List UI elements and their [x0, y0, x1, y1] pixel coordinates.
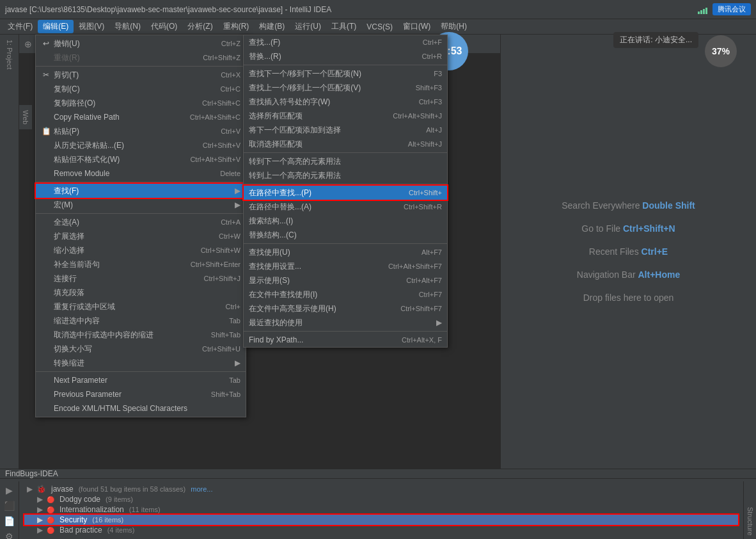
menu-remove-module[interactable]: Remove Module Delete	[36, 166, 246, 181]
menu-section-undoredo: ↩ 撤销(U) Ctrl+Z 重做(R) Ctrl+Shift+Z	[36, 35, 246, 67]
menu-section-find: 查找(F) ▶ 宏(M) ▶	[36, 182, 246, 214]
signal-bars	[698, 5, 707, 14]
hint-navigation-bar: Navigation Bar Alt+Home	[577, 270, 680, 280]
submenu-find-next[interactable]: 查找下一个/移到下一个匹配项(N) F3	[244, 67, 447, 81]
submenu-next-highlight[interactable]: 转到下一个高亮的元素用法	[244, 154, 447, 168]
sidebar: 1: Project	[0, 35, 19, 469]
tree-item-security[interactable]: ▶ 🔴 Security (16 items)	[24, 515, 738, 525]
menu-vcs[interactable]: VCS(S)	[361, 21, 398, 33]
menu-edit[interactable]: 编辑(E)	[38, 20, 74, 33]
title-text: javase [C:\Users\86135\Desktop\javaweb-s…	[5, 5, 331, 14]
submenu-select-all[interactable]: 选择所有匹配项 Ctrl+Alt+Shift+J	[244, 109, 447, 123]
more-link[interactable]: more...	[191, 485, 212, 493]
menu-find[interactable]: 查找(F) ▶	[36, 184, 246, 198]
menu-paste-history[interactable]: 从历史记录粘贴...(E) Ctrl+Shift+V	[36, 138, 246, 152]
undo-icon: ↩	[41, 39, 51, 48]
web-tab[interactable]: Web	[19, 105, 33, 129]
submenu-divider-3	[244, 184, 447, 184]
submenu-struct-search[interactable]: 搜索结构...(I)	[244, 214, 447, 228]
menu-join-lines[interactable]: 连接行 Ctrl+Shift+J	[36, 271, 246, 286]
submenu-deselect[interactable]: 取消选择匹配项 Alt+Shift+J	[244, 137, 447, 151]
submenu-find-word[interactable]: 查找插入符号处的字(W) Ctrl+F3	[244, 95, 447, 109]
menu-tools[interactable]: 工具(T)	[326, 20, 361, 33]
menu-cut[interactable]: ✂ 剪切(T) Ctrl+X	[36, 68, 246, 82]
bottom-panel-header: FindBugs-IDEA	[0, 469, 756, 479]
menu-unindent[interactable]: 取消选中行或选中内容的缩进 Shift+Tab	[36, 328, 246, 342]
submenu-add-next[interactable]: 将下一个匹配项添加到选择 Alt+J	[244, 123, 447, 137]
bottom-toolbar-btn-1[interactable]: ▶	[3, 484, 16, 497]
menu-convert-indent[interactable]: 转换缩进 ▶	[36, 356, 246, 370]
hint-recent-files: Recent Files Ctrl+E	[589, 246, 668, 257]
menu-section-selection: 全选(A) Ctrl+A 扩展选择 Ctrl+W 缩小选择 Ctrl+Shift…	[36, 214, 246, 372]
submenu-find-usages-file[interactable]: 在文件中查找使用(I) Ctrl+F7	[244, 287, 447, 302]
menu-copy[interactable]: 复制(C) Ctrl+C	[36, 82, 246, 96]
menu-extend-selection[interactable]: 扩展选择 Ctrl+W	[36, 229, 246, 243]
submenu-divider-1	[244, 65, 447, 65]
menu-code[interactable]: 代码(O)	[146, 20, 182, 33]
menu-select-all[interactable]: 全选(A) Ctrl+A	[36, 215, 246, 229]
toolbar-icon-1[interactable]: ⊕	[24, 39, 32, 49]
find-submenu: 查找...(F) Ctrl+F 替换...(R) Ctrl+R 查找下一个/移到…	[243, 35, 448, 348]
signal-bar-3	[703, 9, 705, 14]
menu-navigate[interactable]: 导航(N)	[109, 20, 146, 33]
submenu-struct-replace[interactable]: 替换结构...(C)	[244, 228, 447, 242]
submenu-replace-in-path[interactable]: 在路径中替换...(A) Ctrl+Shift+R	[244, 200, 447, 214]
bottom-panel-content: ▶ ⬛ 📄 ⚙ 🔍 ▶ 🐞 javase (found 51 bug items…	[0, 479, 756, 539]
submenu-replace[interactable]: 替换...(R) Ctrl+R	[244, 49, 447, 63]
tree-item-root[interactable]: ▶ 🐞 javase (found 51 bug items in 58 cla…	[24, 484, 738, 494]
bottom-toolbar-btn-3[interactable]: 📄	[3, 515, 16, 527]
menu-redo[interactable]: 重做(R) Ctrl+Shift+Z	[36, 51, 246, 65]
submenu-find[interactable]: 查找...(F) Ctrl+F	[244, 35, 447, 49]
menu-prev-param[interactable]: Previous Parameter Shift+Tab	[36, 387, 246, 401]
menu-file[interactable]: 文件(F)	[3, 20, 38, 33]
tree-item-bad-practice[interactable]: ▶ 🔴 Bad practice (4 items)	[24, 525, 738, 535]
menu-undo[interactable]: ↩ 撤销(U) Ctrl+Z	[36, 36, 246, 51]
submenu-find-in-path[interactable]: 在路径中查找...(P) Ctrl+Shift+	[244, 186, 447, 200]
menu-copy-path[interactable]: 复制路径(O) Ctrl+Shift+C	[36, 96, 246, 110]
menu-refactor[interactable]: 重构(R)	[218, 20, 255, 33]
percent-badge: 37%	[705, 35, 737, 67]
hint-search-everywhere: Search Everywhere Double Shift	[562, 200, 695, 211]
right-panel: Search Everywhere Double Shift Go to Fil…	[500, 35, 756, 469]
tree-item-i18n[interactable]: ▶ 🔴 Internationalization (11 items)	[24, 504, 738, 515]
menu-toggle-case[interactable]: 切换大小写 Ctrl+Shift+U	[36, 342, 246, 356]
menu-run[interactable]: 运行(U)	[290, 20, 326, 33]
submenu-show-usages[interactable]: 显示使用(S) Ctrl+Alt+F7	[244, 273, 447, 287]
submenu-find-prev[interactable]: 查找上一个/移到上一个匹配项(V) Shift+F3	[244, 81, 447, 95]
menu-build[interactable]: 构建(B)	[254, 20, 290, 33]
submenu-divider-4	[244, 243, 447, 244]
submenu-find-xpath[interactable]: Find by XPath... Ctrl+Alt+X, F	[244, 333, 447, 347]
edit-menu: ↩ 撤销(U) Ctrl+Z 重做(R) Ctrl+Shift+Z ✂ 剪切(T…	[35, 35, 246, 417]
menu-encode-xml[interactable]: Encode XML/HTML Special Characters	[36, 401, 246, 415]
project-tab[interactable]: 1: Project	[4, 37, 15, 72]
menu-macro[interactable]: 宏(M) ▶	[36, 198, 246, 212]
bottom-toolbar-btn-2[interactable]: ⬛	[3, 499, 16, 512]
submenu-find-usages-settings[interactable]: 查找使用设置... Ctrl+Alt+Shift+F7	[244, 259, 447, 273]
hint-goto-file: Go to File Ctrl+Shift+N	[581, 223, 675, 234]
tree-item-dodgy[interactable]: ▶ 🔴 Dodgy code (9 items)	[24, 494, 738, 504]
signal-bar-2	[700, 10, 702, 14]
menu-help[interactable]: 帮助(H)	[436, 20, 472, 33]
signal-bar-1	[698, 12, 700, 14]
menu-duplicate-line[interactable]: 重复行或选中区域 Ctrl+	[36, 300, 246, 314]
menu-view[interactable]: 视图(V)	[74, 20, 109, 33]
menu-indent[interactable]: 缩进选中内容 Tab	[36, 314, 246, 328]
submenu-find-usages[interactable]: 查找使用(U) Alt+F7	[244, 245, 447, 259]
menu-next-param[interactable]: Next Parameter Tab	[36, 373, 246, 387]
menu-paste[interactable]: 📋 粘贴(P) Ctrl+V	[36, 124, 246, 138]
menu-paste-plain[interactable]: 粘贴但不格式化(W) Ctrl+Alt+Shift+V	[36, 152, 246, 166]
menu-complete-statement[interactable]: 补全当前语句 Ctrl+Shift+Enter	[36, 257, 246, 271]
submenu-highlight-usages-file[interactable]: 在文件中高亮显示使用(H) Ctrl+Shift+F7	[244, 302, 447, 316]
bottom-toolbar: ▶ ⬛ 📄 ⚙ 🔍	[0, 481, 19, 539]
bottom-toolbar-btn-4[interactable]: ⚙	[3, 530, 16, 539]
submenu-prev-highlight[interactable]: 转到上一个高亮的元素用法	[244, 168, 447, 182]
menu-shrink-selection[interactable]: 缩小选择 Ctrl+Shift+W	[36, 243, 246, 257]
tencent-meeting-button[interactable]: 腾讯会议	[713, 3, 751, 15]
signal-bar-4	[705, 8, 707, 14]
menu-analyze[interactable]: 分析(Z)	[182, 20, 217, 33]
submenu-recent-find[interactable]: 最近查找的使用 ▶	[244, 316, 447, 330]
menu-fill-paragraph[interactable]: 填充段落	[36, 286, 246, 300]
menu-copy-relative-path[interactable]: Copy Relative Path Ctrl+Alt+Shift+C	[36, 110, 246, 124]
menu-window[interactable]: 窗口(W)	[398, 20, 436, 33]
structure-tab[interactable]: Structure	[743, 481, 756, 539]
